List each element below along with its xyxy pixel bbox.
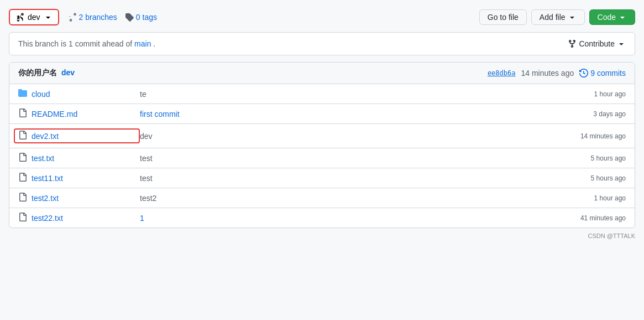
branch-selector[interactable]: dev bbox=[9, 9, 59, 25]
top-bar: dev 2 branches 0 tags Go to file Add fil… bbox=[9, 9, 635, 25]
chevron-down-icon bbox=[617, 39, 626, 48]
table-row: dev2.txtdev14 minutes ago bbox=[9, 124, 635, 148]
file-name-cell: test11.txt bbox=[18, 173, 140, 183]
ahead-message: This branch is 1 commit ahead of main . bbox=[18, 39, 155, 48]
branch-tag-info: 2 branches 0 tags bbox=[68, 13, 157, 22]
file-name-link[interactable]: test.txt bbox=[32, 154, 54, 163]
commit-header: 你的用户名 dev ee8db6a 14 minutes ago 9 commi… bbox=[9, 63, 635, 84]
file-name-link[interactable]: test11.txt bbox=[32, 174, 63, 183]
file-name-cell: test.txt bbox=[18, 153, 140, 163]
file-name-cell: test2.txt bbox=[18, 193, 140, 203]
main-link[interactable]: main bbox=[134, 39, 151, 48]
table-row: cloudte1 hour ago bbox=[9, 84, 635, 104]
commit-message: test bbox=[140, 154, 548, 163]
commit-msg-link[interactable]: first commit bbox=[140, 110, 180, 118]
branches-count[interactable]: 2 branches bbox=[68, 13, 117, 22]
file-name-cell: test22.txt bbox=[18, 213, 140, 223]
commit-time: 14 minutes ago bbox=[521, 69, 574, 78]
commit-message: 1 bbox=[140, 214, 548, 223]
chevron-down-icon bbox=[618, 13, 627, 22]
time-ago: 1 hour ago bbox=[548, 194, 626, 202]
contribute-label: Contribute bbox=[579, 39, 615, 48]
branch-label: dev bbox=[28, 13, 40, 22]
time-ago: 41 minutes ago bbox=[548, 214, 626, 222]
commit-message: first commit bbox=[140, 110, 548, 118]
file-name-link[interactable]: cloud bbox=[32, 90, 50, 99]
code-label: Code bbox=[598, 13, 616, 22]
file-icon bbox=[18, 153, 27, 163]
time-ago: 14 minutes ago bbox=[548, 132, 626, 140]
file-name-link[interactable]: README.md bbox=[32, 110, 77, 118]
contribute-icon bbox=[568, 39, 577, 48]
file-name-cell: cloud bbox=[18, 89, 140, 99]
branch-count-icon bbox=[68, 13, 77, 22]
time-ago: 5 hours ago bbox=[548, 154, 626, 162]
commit-message: dev bbox=[140, 132, 548, 141]
branch-icon bbox=[15, 13, 24, 22]
file-icon bbox=[18, 213, 27, 223]
history-icon bbox=[579, 69, 588, 78]
file-icon bbox=[18, 131, 27, 141]
contribute-button[interactable]: Contribute bbox=[568, 39, 626, 48]
tags-count[interactable]: 0 tags bbox=[125, 13, 157, 22]
commit-header-right: ee8db6a 14 minutes ago 9 commits bbox=[488, 69, 626, 78]
code-button[interactable]: Code bbox=[589, 9, 635, 25]
file-rows-container: cloudte1 hour ago README.mdfirst commit3… bbox=[9, 84, 635, 228]
tag-icon bbox=[125, 13, 134, 22]
table-row: test11.txttest5 hours ago bbox=[9, 168, 635, 188]
commit-author: 你的用户名 dev bbox=[18, 68, 75, 78]
commit-msg-link[interactable]: 1 bbox=[140, 214, 144, 223]
author-username: dev bbox=[61, 68, 75, 77]
commits-count: 9 commits bbox=[590, 69, 626, 78]
add-file-label: Add file bbox=[540, 13, 566, 22]
file-name-link[interactable]: test22.txt bbox=[32, 214, 63, 223]
add-file-button[interactable]: Add file bbox=[531, 9, 585, 25]
file-table: 你的用户名 dev ee8db6a 14 minutes ago 9 commi… bbox=[9, 62, 635, 228]
file-name-cell: dev2.txt bbox=[14, 128, 140, 143]
file-name-link[interactable]: dev2.txt bbox=[32, 132, 59, 141]
file-icon bbox=[18, 109, 27, 119]
period: . bbox=[153, 39, 155, 48]
commit-message: te bbox=[140, 90, 548, 99]
commits-link[interactable]: 9 commits bbox=[579, 69, 626, 78]
chevron-down-icon bbox=[44, 13, 53, 22]
file-icon bbox=[18, 173, 27, 183]
table-row: test22.txt141 minutes ago bbox=[9, 208, 635, 228]
file-name-link[interactable]: test2.txt bbox=[32, 194, 59, 203]
ahead-text: This branch is 1 commit ahead of bbox=[18, 39, 132, 48]
commit-message: test2 bbox=[140, 194, 548, 203]
table-row: test.txttest5 hours ago bbox=[9, 148, 635, 168]
footer-credit: CSDN @TTTALK bbox=[9, 233, 635, 239]
time-ago: 5 hours ago bbox=[548, 174, 626, 182]
ahead-bar: This branch is 1 commit ahead of main . … bbox=[9, 32, 635, 55]
file-icon bbox=[18, 193, 27, 203]
commit-hash[interactable]: ee8db6a bbox=[488, 69, 516, 77]
top-actions: Go to file Add file Code bbox=[479, 9, 635, 25]
file-name-cell: README.md bbox=[18, 109, 140, 119]
table-row: README.mdfirst commit3 days ago bbox=[9, 104, 635, 124]
table-row: test2.txttest21 hour ago bbox=[9, 188, 635, 208]
commit-message: test bbox=[140, 174, 548, 183]
author-label: 你的用户名 bbox=[18, 68, 57, 77]
folder-icon bbox=[18, 89, 27, 99]
time-ago: 3 days ago bbox=[548, 110, 626, 118]
chevron-down-icon bbox=[568, 13, 577, 22]
time-ago: 1 hour ago bbox=[548, 90, 626, 98]
goto-file-button[interactable]: Go to file bbox=[479, 9, 527, 25]
